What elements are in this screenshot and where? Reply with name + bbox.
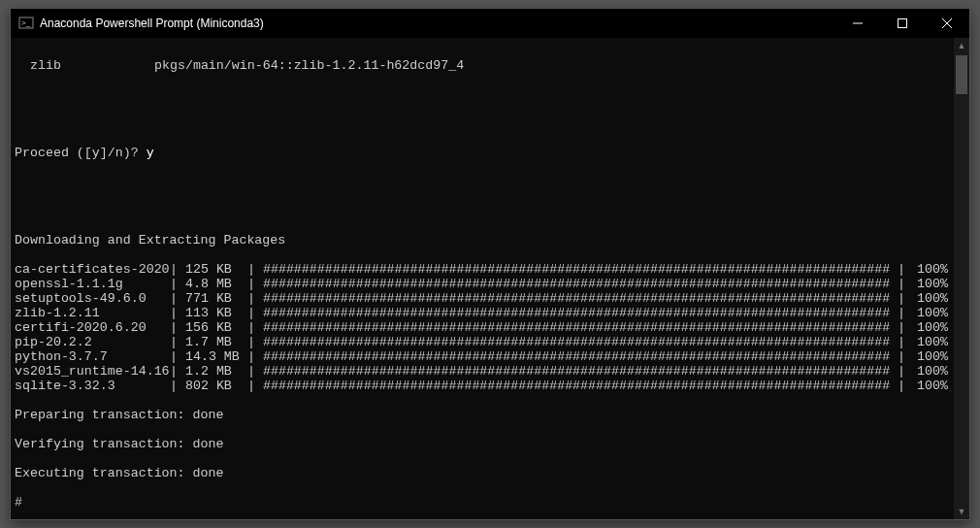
progress-bar: ########################################…	[263, 262, 890, 277]
package-name: sqlite-3.32.3	[15, 379, 170, 393]
scrollbar-thumb[interactable]	[956, 55, 967, 94]
package-row: vs2015_runtime-14.16| 1.2 MB| ##########…	[15, 364, 950, 379]
scroll-down-icon[interactable]: ▼	[954, 504, 969, 519]
package-row: zlib-1.2.11| 113 KB| ###################…	[15, 306, 950, 320]
package-name: pip-20.2.2	[15, 335, 170, 349]
package-row: sqlite-3.32.3| 802 KB| #################…	[15, 379, 950, 393]
package-row: setuptools-49.6.0| 771 KB| #############…	[15, 291, 950, 306]
progress-percent: 100%	[913, 320, 950, 335]
package-row: pip-20.2.2| 1.7 MB| ####################…	[15, 335, 950, 349]
maximize-button[interactable]	[880, 9, 925, 38]
progress-bar: ########################################…	[263, 349, 890, 364]
package-name: openssl-1.1.1g	[15, 277, 170, 291]
vertical-scrollbar[interactable]: ▲ ▼	[954, 38, 969, 519]
package-size: 113 KB	[185, 306, 247, 320]
progress-percent: 100%	[913, 291, 950, 306]
terminal-output[interactable]: zlibpkgs/main/win-64::zlib-1.2.11-h62dcd…	[11, 38, 954, 519]
svg-rect-3	[898, 19, 907, 28]
progress-percent: 100%	[913, 262, 950, 277]
close-button[interactable]	[925, 9, 969, 38]
package-size: 802 KB	[185, 379, 247, 393]
progress-bar: ########################################…	[263, 277, 890, 291]
package-name: setuptools-49.6.0	[15, 291, 170, 306]
minimize-button[interactable]	[835, 9, 880, 38]
progress-bar: ########################################…	[263, 364, 890, 379]
package-name: ca-certificates-2020	[15, 262, 170, 277]
app-icon: >_	[18, 16, 34, 31]
verify-transaction: Verifying transaction: done	[15, 437, 950, 451]
package-size: 4.8 MB	[185, 277, 247, 291]
package-name: certifi-2020.6.20	[15, 320, 170, 335]
terminal-window: >_ Anaconda Powershell Prompt (Miniconda…	[10, 8, 970, 520]
spec-name: zlib	[15, 58, 154, 73]
progress-percent: 100%	[913, 349, 950, 364]
hint-line: #	[15, 495, 950, 510]
progress-bar: ########################################…	[263, 291, 890, 306]
progress-bar: ########################################…	[263, 306, 890, 320]
svg-text:>_: >_	[21, 18, 31, 27]
package-size: 771 KB	[185, 291, 247, 306]
download-header: Downloading and Extracting Packages	[15, 233, 950, 248]
package-row: python-3.7.7| 14.3 MB| #################…	[15, 349, 950, 364]
progress-percent: 100%	[913, 379, 950, 393]
progress-percent: 100%	[913, 364, 950, 379]
package-name: zlib-1.2.11	[15, 306, 170, 320]
progress-percent: 100%	[913, 335, 950, 349]
package-name: vs2015_runtime-14.16	[15, 364, 170, 379]
package-row: openssl-1.1.1g| 4.8 MB| ################…	[15, 277, 950, 291]
progress-bar: ########################################…	[263, 320, 890, 335]
package-size: 1.7 MB	[185, 335, 247, 349]
prepare-transaction: Preparing transaction: done	[15, 408, 950, 422]
package-size: 1.2 MB	[185, 364, 247, 379]
progress-percent: 100%	[913, 277, 950, 291]
package-size: 156 KB	[185, 320, 247, 335]
progress-bar: ########################################…	[263, 335, 890, 349]
proceed-answer: y	[147, 146, 154, 160]
proceed-prompt: Proceed ([y]/n)?	[15, 146, 147, 160]
scroll-up-icon[interactable]: ▲	[954, 38, 969, 53]
progress-bar: ########################################…	[263, 379, 890, 393]
package-size: 14.3 MB	[185, 349, 247, 364]
progress-percent: 100%	[913, 306, 950, 320]
package-size: 125 KB	[185, 262, 247, 277]
execute-transaction: Executing transaction: done	[15, 466, 950, 480]
window-title: Anaconda Powershell Prompt (Miniconda3)	[40, 16, 264, 30]
title-bar[interactable]: >_ Anaconda Powershell Prompt (Miniconda…	[11, 9, 969, 38]
spec-value: pkgs/main/win-64::zlib-1.2.11-h62dcd97_4	[154, 58, 950, 73]
package-row: ca-certificates-2020| 125 KB| ##########…	[15, 262, 950, 277]
package-row: certifi-2020.6.20| 156 KB| #############…	[15, 320, 950, 335]
package-name: python-3.7.7	[15, 349, 170, 364]
